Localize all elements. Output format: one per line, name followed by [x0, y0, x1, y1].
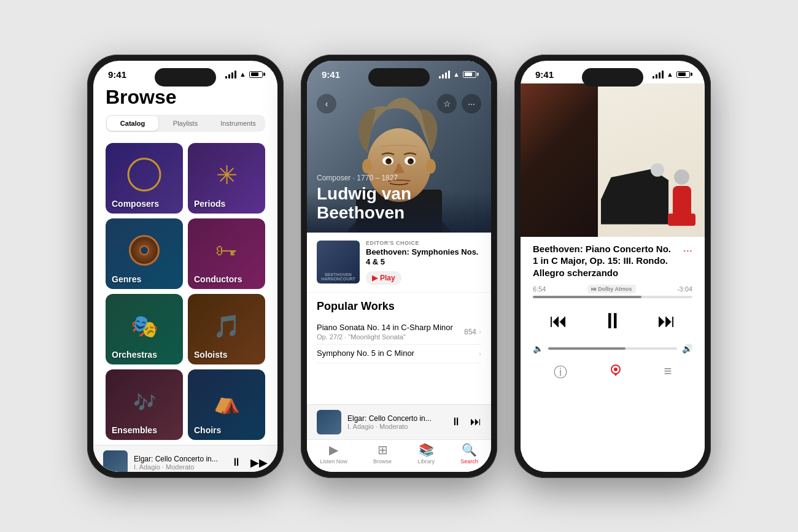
conductors-icon: 🗝: [215, 238, 238, 264]
phone-browse: 9:41 ▲ Browse Catalog Pla: [87, 55, 284, 478]
nav-library-2[interactable]: 📚 Library: [417, 442, 435, 465]
volume-bar[interactable]: [548, 347, 677, 350]
battery-icon: [249, 71, 263, 78]
chevron-icon-2: ›: [479, 350, 481, 358]
star-button[interactable]: ☆: [437, 94, 457, 114]
grid-cell-periods[interactable]: ✳ Periods: [188, 143, 265, 214]
choirs-icon: ⛺: [213, 389, 241, 415]
time-labels: 6:54 ⏭ Dolby Atmos -3:04: [533, 285, 692, 293]
volume-low-icon: 🔈: [533, 344, 543, 353]
status-icons-2: ▲: [439, 71, 476, 79]
pause-button-2[interactable]: ⏸: [451, 415, 462, 428]
dynamic-island: [155, 68, 216, 87]
now-playing-info-2: Elgar: Cello Concerto in... I. Adagio · …: [347, 414, 444, 430]
browse-title: Browse: [106, 86, 265, 109]
status-time-3: 9:41: [535, 69, 554, 80]
search-icon-2: 🔍: [462, 442, 477, 457]
fast-forward-button[interactable]: ⏭: [657, 310, 676, 331]
work-title-1: Piano Sonata No. 14 in C-Sharp Minor: [317, 323, 464, 333]
queue-button[interactable]: ≡: [664, 363, 672, 382]
choirs-label: Choirs: [194, 425, 221, 435]
nav-search-2[interactable]: 🔍 Search: [460, 442, 478, 465]
grid-cell-soloists[interactable]: 🎵 Soloists: [188, 294, 265, 364]
nav-listen-now-2[interactable]: ▶ Listen Now: [320, 442, 347, 465]
composer-name: Ludwig van Beethoven: [317, 185, 481, 223]
grid-cell-ensembles[interactable]: 🎶 Ensembles: [106, 369, 183, 440]
wifi-icon-3: ▲: [667, 71, 673, 78]
now-playing-subtitle: I. Adagio · Moderato: [134, 463, 225, 471]
genres-label: Genres: [112, 274, 141, 284]
total-time: -3:04: [677, 285, 692, 293]
volume-control: 🔈 🔊: [521, 341, 705, 358]
volume-high-icon: 🔊: [682, 344, 692, 353]
now-playing-thumb-2: [317, 410, 341, 434]
more-button-hero[interactable]: ···: [462, 94, 481, 114]
ensembles-label: Ensembles: [112, 425, 157, 435]
status-time-2: 9:41: [322, 69, 340, 80]
composers-label: Composers: [112, 199, 159, 209]
now-playing-thumb: [103, 450, 128, 472]
work-title-2: Symphony No. 5 in C Minor: [317, 349, 479, 359]
soloists-label: Soloists: [194, 350, 227, 360]
next-button[interactable]: ▶▶: [250, 456, 268, 469]
now-playing-controls-2: ⏸ ⏭: [451, 415, 481, 428]
status-icons-3: ▲: [653, 71, 690, 79]
now-playing-bar[interactable]: Elgar: Cello Concerto in... I. Adagio · …: [93, 445, 277, 472]
info-button[interactable]: ⓘ: [554, 363, 567, 382]
phone-beethoven: 9:41 ▲: [301, 55, 497, 478]
main-controls: ⏮ ⏸ ⏭: [521, 301, 705, 341]
now-playing-bar-2[interactable]: Elgar: Cello Concerto in... I. Adagio · …: [307, 404, 491, 439]
signal-icon-2: [439, 71, 450, 79]
chevron-icon: ›: [479, 328, 481, 336]
tab-instruments[interactable]: Instruments: [212, 116, 264, 131]
nav-browse-2[interactable]: ⊞ Browse: [373, 442, 392, 465]
bottom-nav-2: ▶ Listen Now ⊞ Browse 📚 Library 🔍 Search: [307, 439, 491, 472]
now-playing-controls: ⏸ ▶▶: [231, 456, 268, 469]
tab-playlists[interactable]: Playlists: [160, 116, 211, 131]
battery-icon-3: [676, 71, 690, 78]
rewind-button[interactable]: ⏮: [549, 310, 568, 331]
pause-button[interactable]: ⏸: [231, 456, 242, 469]
bottom-controls: ⓘ ≡: [521, 358, 705, 385]
editors-choice: BEETHOVENHARNONCOURT EDITOR'S CHOICE Bee…: [307, 233, 491, 293]
progress-fill: [533, 296, 641, 298]
next-button-2[interactable]: ⏭: [470, 415, 481, 428]
play-pause-button[interactable]: ⏸: [602, 308, 624, 334]
tab-catalog[interactable]: Catalog: [107, 116, 158, 131]
browse-tabs: Catalog Playlists Instruments: [106, 115, 265, 132]
song-info: Beethoven: Piano Concerto No. 1 in C Maj…: [521, 237, 705, 283]
album-art: [521, 83, 705, 237]
status-icons: ▲: [225, 71, 263, 79]
conductors-label: Conductors: [194, 274, 242, 284]
editors-choice-title: Beethoven: Symphonies Nos. 4 & 5: [366, 247, 481, 268]
popular-work-item-1[interactable]: Piano Sonata No. 14 in C-Sharp Minor Op.…: [317, 319, 481, 345]
grid-cell-composers[interactable]: Composers: [106, 143, 183, 214]
popular-work-item-2[interactable]: Symphony No. 5 in C Minor ›: [317, 345, 481, 363]
status-time: 9:41: [108, 69, 126, 80]
nav-browse-label-2: Browse: [373, 458, 392, 465]
play-button[interactable]: ▶ Play: [366, 271, 401, 285]
orchestras-icon: 🎭: [131, 314, 158, 339]
phone-now-playing: 9:41 ▲: [514, 55, 711, 478]
nav-search-label-2: Search: [460, 458, 478, 465]
svg-point-9: [388, 159, 390, 161]
grid-cell-orchestras[interactable]: 🎭 Orchestras: [106, 294, 183, 364]
progress-bar[interactable]: [533, 296, 692, 298]
dynamic-island-2: [368, 68, 430, 87]
editors-choice-label: EDITOR'S CHOICE: [366, 240, 481, 246]
dolby-badge: ⏭ Dolby Atmos: [587, 285, 636, 293]
hero-top-bar: ‹ ☆ ···: [307, 88, 491, 120]
airplay-button[interactable]: [608, 363, 623, 382]
now-playing-title-2: Elgar: Cello Concerto in...: [347, 414, 444, 423]
grid-cell-genres[interactable]: Genres: [106, 218, 183, 289]
popular-works: Popular Works Piano Sonata No. 14 in C-S…: [307, 293, 491, 404]
back-button[interactable]: ‹: [317, 94, 336, 114]
grid-cell-conductors[interactable]: 🗝 Conductors: [188, 218, 265, 289]
browse-icon-2: ⊞: [378, 442, 388, 457]
dolby-icon: ⏭: [591, 286, 598, 292]
wifi-icon-2: ▲: [453, 71, 460, 78]
editors-choice-thumb: BEETHOVENHARNONCOURT: [317, 241, 360, 283]
more-button[interactable]: ···: [683, 243, 692, 257]
grid-cell-choirs[interactable]: ⛺ Choirs: [188, 369, 265, 440]
browse-header: Browse Catalog Playlists Instruments: [93, 83, 277, 138]
